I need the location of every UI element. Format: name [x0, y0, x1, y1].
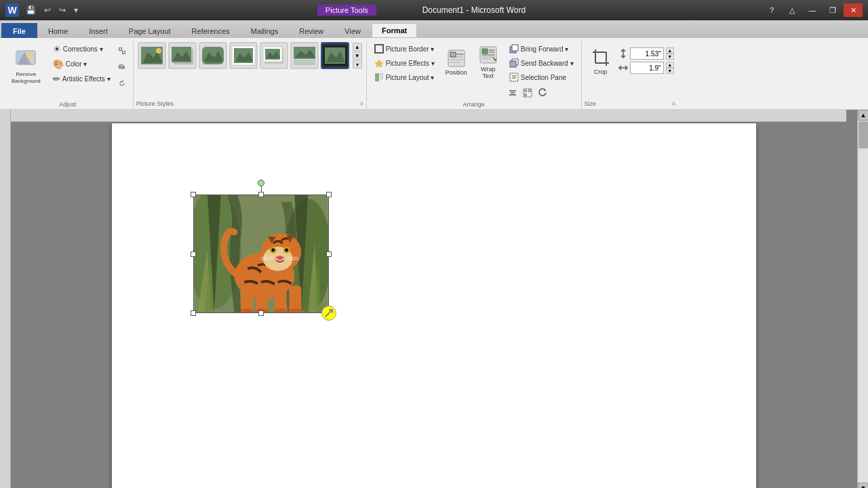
vertical-scrollbar[interactable]: ▲ ▼ ↑ ○ ↓: [857, 110, 868, 488]
close-btn[interactable]: ✕: [844, 3, 863, 17]
handle-bottom-left[interactable]: [191, 310, 196, 316]
change-picture-button[interactable]: [115, 60, 129, 75]
wrap-text-button[interactable]: WrapText: [473, 42, 503, 83]
height-up-btn[interactable]: ▲: [666, 47, 674, 54]
scroll-thumb[interactable]: [859, 121, 868, 148]
corrections-button[interactable]: ☀ Corrections ▾: [50, 42, 114, 56]
scroll-up-btn[interactable]: ▲: [858, 110, 868, 121]
height-down-btn[interactable]: ▼: [666, 54, 674, 60]
word-logo: W: [5, 3, 19, 17]
selection-pane-icon: [509, 73, 519, 82]
width-up-btn[interactable]: ▲: [666, 62, 674, 68]
ribbon-group-adjust: RemoveBackground ☀ Corrections ▾ 🎨 Color…: [3, 41, 134, 109]
send-backward-button[interactable]: Send Backward ▾: [506, 56, 577, 70]
handle-top-center[interactable]: [258, 192, 264, 197]
rotate-handle[interactable]: [258, 180, 264, 186]
size-launcher[interactable]: ⌗: [672, 100, 675, 108]
tab-file[interactable]: File: [1, 23, 37, 38]
resize-indicator[interactable]: [321, 306, 336, 321]
height-spinner: ▲ ▼: [666, 47, 674, 60]
wrap-text-icon: [479, 45, 498, 64]
maximize-btn[interactable]: ❐: [823, 3, 842, 17]
crop-button[interactable]: Crop: [586, 42, 616, 79]
color-label: Color ▾: [66, 60, 87, 68]
style-thumb-5[interactable]: [260, 42, 288, 69]
style-thumb-1[interactable]: [138, 42, 166, 69]
tab-format[interactable]: Format: [372, 23, 417, 38]
svg-rect-23: [375, 45, 383, 53]
tab-mailings[interactable]: Mailings: [241, 23, 288, 38]
picture-border-label: Picture Border ▾: [386, 45, 435, 53]
style-thumb-3[interactable]: [199, 42, 227, 69]
width-input[interactable]: [630, 62, 664, 74]
remove-background-button[interactable]: RemoveBackground: [7, 42, 45, 87]
picture-border-icon: [374, 44, 384, 54]
tab-home[interactable]: Home: [38, 23, 78, 38]
picture-effects-label: Picture Effects ▾: [386, 60, 435, 67]
style-thumbnails: ▲ ▼ ▾: [138, 42, 362, 69]
artistic-effects-icon: ✏: [53, 74, 60, 84]
undo-quick-btn[interactable]: ↩: [41, 4, 54, 16]
style-thumb-7[interactable]: [321, 42, 349, 69]
align-button[interactable]: [506, 86, 519, 100]
height-input[interactable]: [630, 47, 664, 60]
svg-rect-20: [294, 60, 315, 65]
ribbon: File Home Insert Page Layout References …: [0, 20, 868, 110]
reset-picture-button[interactable]: [115, 76, 129, 91]
arrange-label: Arrange: [367, 101, 581, 108]
selected-image-container[interactable]: [193, 195, 329, 313]
width-icon: [618, 63, 628, 73]
handle-middle-left[interactable]: [191, 251, 196, 257]
help-btn[interactable]: ?: [762, 3, 781, 17]
tab-review[interactable]: Review: [289, 23, 334, 38]
tab-references[interactable]: References: [182, 23, 240, 38]
position-button[interactable]: Position: [441, 42, 472, 83]
wrap-text-label: WrapText: [481, 66, 495, 79]
style-6-preview: [292, 45, 317, 66]
style-scroll-up[interactable]: ▲: [353, 43, 362, 51]
picture-styles-launcher[interactable]: ⌗: [360, 100, 363, 108]
style-1-preview: [140, 45, 164, 66]
customize-quick-btn[interactable]: ▾: [71, 4, 81, 16]
scroll-track[interactable]: [858, 121, 868, 483]
rotate-button[interactable]: [536, 86, 549, 100]
change-picture-icon: [119, 62, 125, 73]
tab-insert[interactable]: Insert: [79, 23, 118, 38]
document-scroll-area[interactable]: [11, 110, 857, 488]
tab-page-layout[interactable]: Page Layout: [119, 23, 181, 38]
handle-top-right[interactable]: [326, 192, 332, 197]
bring-forward-button[interactable]: Bring Forward ▾: [506, 42, 577, 56]
ribbon-collapse-btn[interactable]: △: [783, 3, 802, 17]
minimize-btn[interactable]: —: [803, 3, 822, 17]
tiger-image[interactable]: [193, 195, 329, 313]
picture-effects-button[interactable]: Picture Effects ▾: [371, 56, 438, 70]
reset-picture-icon: [119, 78, 125, 89]
arrange-col-big: Position WrapText: [441, 42, 503, 83]
arrange-col-right: Bring Forward ▾ Send Backward ▾: [506, 42, 577, 100]
scroll-down-btn[interactable]: ▼: [858, 483, 868, 488]
artistic-effects-label: Artistic Effects ▾: [62, 75, 111, 83]
handle-middle-right[interactable]: [326, 251, 332, 257]
compress-pictures-button[interactable]: [115, 43, 129, 58]
size-label: Size ⌗: [582, 100, 678, 108]
picture-layout-button[interactable]: Picture Layout ▾: [371, 70, 438, 84]
style-thumb-2[interactable]: [168, 42, 197, 69]
color-button[interactable]: 🎨 Color ▾: [50, 57, 114, 71]
selection-pane-button[interactable]: Selection Pane: [506, 70, 577, 84]
handle-top-left[interactable]: [191, 192, 196, 197]
handle-bottom-center[interactable]: [258, 310, 264, 316]
width-down-btn[interactable]: ▼: [666, 68, 674, 74]
size-inner: Crop ▲ ▼: [586, 42, 674, 109]
style-scroll-more[interactable]: ▾: [353, 60, 362, 68]
crop-label: Crop: [594, 68, 608, 75]
artistic-effects-button[interactable]: ✏ Artistic Effects ▾: [50, 72, 114, 86]
tiger-svg: [194, 195, 328, 312]
tab-view[interactable]: View: [334, 23, 371, 38]
save-quick-btn[interactable]: 💾: [23, 4, 39, 16]
style-thumb-4[interactable]: [229, 42, 258, 69]
redo-quick-btn[interactable]: ↪: [56, 4, 68, 16]
style-thumb-6[interactable]: [290, 42, 319, 69]
picture-border-button[interactable]: Picture Border ▾: [371, 42, 438, 56]
group-button[interactable]: [521, 86, 534, 100]
style-scroll-down[interactable]: ▼: [353, 52, 362, 60]
